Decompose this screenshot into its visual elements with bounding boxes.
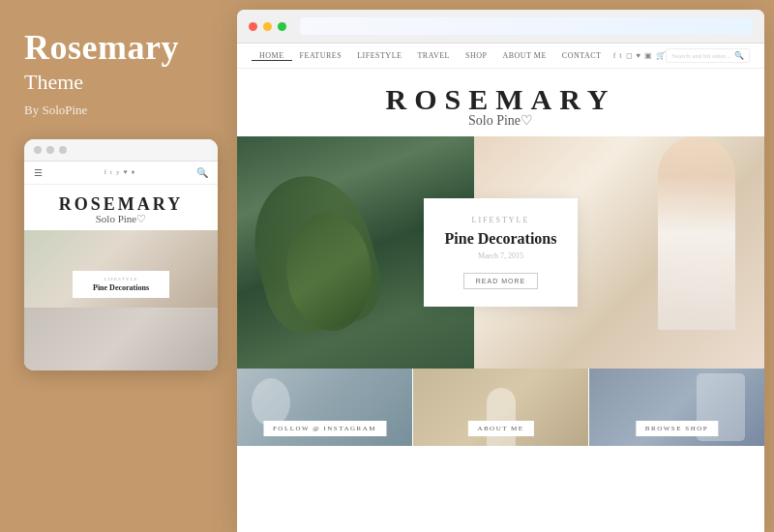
- about-label[interactable]: ABOUT ME: [467, 421, 533, 436]
- nav-features[interactable]: FEATURES: [292, 51, 350, 60]
- nav-instagram-icon: ◻: [626, 51, 633, 60]
- bottom-grid: FOLLOW @ INSTAGRAM ABOUT ME BROWSE SHOP: [237, 369, 764, 446]
- browser-close-dot: [249, 22, 257, 31]
- nav-contact[interactable]: CONTACT: [554, 51, 610, 60]
- nav-pinterest-icon: ♥: [637, 51, 641, 60]
- left-panel: Rosemary Theme By SoloPine ☰ f t y ♥ ♦ 🔍…: [0, 0, 237, 532]
- mobile-social-icons: f t y ♥ ♦: [104, 168, 135, 176]
- desktop-site: HOME FEATURES LIFESTYLE TRAVEL SHOP ABOU…: [237, 44, 764, 532]
- nav-social-icons: f t ◻ ♥ ▣ 🛒: [613, 51, 667, 60]
- theme-by: By SoloPine: [24, 103, 218, 118]
- browser-url-bar: [300, 17, 753, 35]
- browser-maximize-dot: [278, 22, 286, 31]
- mobile-top-bar: [24, 139, 218, 162]
- mobile-search-icon: 🔍: [196, 167, 208, 178]
- nav-travel[interactable]: TRAVEL: [409, 51, 458, 60]
- post-date: March 7, 2015: [445, 251, 557, 260]
- mobile-dot-1: [34, 146, 42, 154]
- post-card-overlay: LIFESTYLE Pine Decorations March 7, 2015…: [424, 198, 579, 307]
- nav-rss-icon: ▣: [644, 51, 652, 60]
- nav-shop[interactable]: SHOP: [458, 51, 494, 60]
- mobile-dot-2: [46, 146, 54, 154]
- mobile-dot-3: [59, 146, 67, 154]
- nav-cart-icon: 🛒: [656, 51, 666, 60]
- mobile-logo-area: ROSEMARY Solo Pine♡: [24, 185, 218, 230]
- nav-search-bar[interactable]: Search and hit enter... 🔍: [666, 48, 750, 63]
- browser-chrome: [237, 10, 764, 44]
- about-cell: ABOUT ME: [413, 369, 588, 446]
- instagram-cell: FOLLOW @ INSTAGRAM: [237, 369, 412, 446]
- shop-label[interactable]: BROWSE SHOP: [636, 421, 718, 436]
- nav-twitter-icon: t: [619, 51, 621, 60]
- site-logo-script: Solo Pine♡: [237, 112, 764, 129]
- mobile-hamburger-icon: ☰: [34, 167, 43, 178]
- instagram-label[interactable]: FOLLOW @ INSTAGRAM: [263, 421, 386, 436]
- nav-home[interactable]: HOME: [252, 51, 292, 61]
- site-logo-text: ROSEMARY: [237, 83, 764, 116]
- nav-facebook-icon: f: [613, 51, 616, 60]
- mobile-post-title: Pine Decorations: [82, 283, 160, 292]
- desktop-preview: HOME FEATURES LIFESTYLE TRAVEL SHOP ABOU…: [237, 10, 764, 532]
- nav-lifestyle[interactable]: LIFESTYLE: [349, 51, 409, 60]
- mobile-logo-script: Solo Pine♡: [29, 213, 213, 225]
- mobile-post-image: LIFESTYLE Pine Decorations: [24, 230, 218, 308]
- browser-minimize-dot: [263, 22, 272, 31]
- site-logo-area: ROSEMARY Solo Pine♡: [237, 69, 764, 136]
- nav-about[interactable]: ABOUT ME: [494, 51, 553, 60]
- read-more-button[interactable]: READ MORE: [463, 273, 538, 289]
- mobile-bottom-image: [24, 308, 218, 370]
- site-nav: HOME FEATURES LIFESTYLE TRAVEL SHOP ABOU…: [237, 44, 764, 69]
- mobile-post-card: LIFESTYLE Pine Decorations: [73, 271, 169, 298]
- post-title: Pine Decorations: [445, 230, 557, 248]
- search-icon[interactable]: 🔍: [734, 51, 744, 60]
- mobile-nav: ☰ f t y ♥ ♦ 🔍: [24, 162, 218, 185]
- post-category: LIFESTYLE: [445, 216, 557, 224]
- theme-title: Rosemary: [24, 29, 218, 68]
- mobile-logo-text: ROSEMARY: [29, 194, 213, 215]
- mobile-preview: ☰ f t y ♥ ♦ 🔍 ROSEMARY Solo Pine♡ LIFEST…: [24, 139, 218, 370]
- search-placeholder: Search and hit enter...: [671, 52, 730, 60]
- main-hero-post: LIFESTYLE Pine Decorations March 7, 2015…: [237, 136, 764, 369]
- mobile-post-category: LIFESTYLE: [82, 277, 160, 281]
- theme-subtitle: Theme: [24, 70, 218, 95]
- shop-cell: BROWSE SHOP: [589, 369, 764, 446]
